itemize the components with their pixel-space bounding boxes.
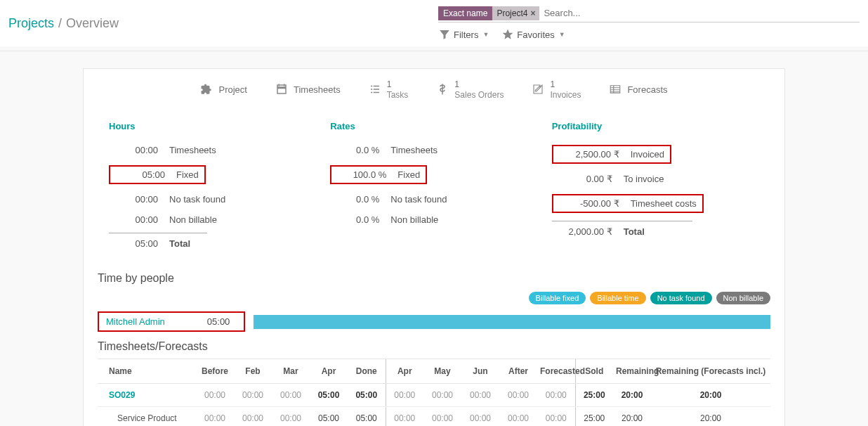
nav-sales-orders[interactable]: 1Sales Orders bbox=[436, 79, 504, 100]
profit-toinvoice-label: To invoice bbox=[624, 174, 664, 184]
nav-project-label: Project bbox=[218, 84, 246, 95]
rates-fixed-highlight: 100.0 %Fixed bbox=[330, 165, 427, 184]
rates-fixed-value: 100.0 % bbox=[337, 169, 386, 180]
spreadsheet-icon bbox=[609, 83, 622, 96]
star-icon bbox=[501, 28, 514, 41]
nav-tasks[interactable]: 1Tasks bbox=[369, 79, 409, 100]
search-input[interactable] bbox=[539, 6, 860, 20]
cell-apr2: 00:00 bbox=[386, 384, 423, 407]
nav-invoices-count: 1 bbox=[550, 79, 555, 89]
chevron-down-icon: ▼ bbox=[482, 31, 489, 38]
nav-forecasts-label: Forecasts bbox=[627, 84, 667, 95]
cell-remaining: 20:00 bbox=[613, 407, 651, 427]
breadcrumb-current: Overview bbox=[66, 16, 119, 31]
th-before: Before bbox=[196, 359, 234, 384]
profit-invoiced-highlight: 2,500.00 ₹Invoiced bbox=[552, 145, 671, 164]
rates-nonbillable-label: Non billable bbox=[390, 214, 438, 225]
cell-mar: 00:00 bbox=[272, 407, 310, 427]
hours-fixed-highlight: 05:00Fixed bbox=[109, 165, 206, 184]
cell-feb: 00:00 bbox=[234, 407, 272, 427]
cell-apr: 05:00 bbox=[310, 384, 348, 407]
nav-tasks-label: Tasks bbox=[387, 90, 409, 100]
profit-invoiced-label: Invoiced bbox=[631, 149, 664, 160]
profit-invoiced-value: 2,500.00 ₹ bbox=[559, 149, 619, 160]
breadcrumb-root[interactable]: Projects bbox=[8, 16, 54, 31]
nav-sales-label: Sales Orders bbox=[454, 90, 504, 100]
search-facet-chip: Exact name Project4 × bbox=[438, 6, 539, 20]
rates-notask-value: 0.0 % bbox=[330, 194, 379, 205]
table-row: Service Product00:0000:0000:0005:0005:00… bbox=[98, 407, 770, 427]
cell-jun: 00:00 bbox=[461, 407, 499, 427]
profit-timesheetcosts-label: Timesheet costs bbox=[631, 198, 697, 209]
nav-timesheets[interactable]: Timesheets bbox=[275, 83, 341, 96]
timesheets-table: Name Before Feb Mar Apr Done Apr May Jun… bbox=[98, 359, 770, 426]
cell-jun: 00:00 bbox=[461, 384, 499, 407]
cell-forecasted: 00:00 bbox=[537, 384, 575, 407]
profit-timesheetcosts-highlight: -500.00 ₹Timesheet costs bbox=[552, 194, 704, 213]
cell-name: Service Product bbox=[98, 407, 196, 427]
th-done: Done bbox=[348, 359, 386, 384]
chip-remove-icon[interactable]: × bbox=[530, 8, 535, 18]
cell-apr: 05:00 bbox=[310, 407, 348, 427]
hours-fixed-label: Fixed bbox=[176, 169, 199, 180]
list-icon bbox=[369, 83, 381, 96]
th-jun: Jun bbox=[461, 359, 499, 384]
people-hours: 05:00 bbox=[207, 316, 230, 327]
puzzle-icon bbox=[200, 83, 213, 96]
people-name-link[interactable]: Mitchell Admin bbox=[106, 316, 165, 327]
profitability-column: Profitability 2,500.00 ₹Invoiced 0.00 ₹T… bbox=[552, 121, 759, 254]
favorites-label: Favorites bbox=[517, 30, 554, 40]
breadcrumb: Projects / Overview bbox=[8, 16, 119, 31]
rates-timesheets-label: Timesheets bbox=[390, 145, 438, 155]
cell-may: 00:00 bbox=[423, 407, 461, 427]
badge-no-task-found: No task found bbox=[650, 292, 712, 304]
chevron-down-icon: ▼ bbox=[559, 31, 565, 38]
people-row-highlight: Mitchell Admin 05:00 bbox=[98, 311, 245, 332]
row-link[interactable]: SO029 bbox=[109, 390, 135, 400]
hours-total-value: 05:00 bbox=[109, 238, 158, 249]
pencil-square-icon bbox=[532, 83, 544, 96]
breadcrumb-sep: / bbox=[58, 16, 62, 31]
dollar-icon bbox=[436, 83, 449, 96]
favorites-button[interactable]: Favorites ▼ bbox=[501, 28, 565, 41]
nav-invoices[interactable]: 1Invoices bbox=[532, 79, 581, 100]
nav-invoices-label: Invoices bbox=[550, 90, 581, 100]
th-remaining-forecasts: Remaining (Forecasts incl.) bbox=[651, 359, 770, 384]
nav-project[interactable]: Project bbox=[200, 83, 246, 96]
time-by-people-title: Time by people bbox=[84, 259, 784, 292]
cell-after: 00:00 bbox=[499, 407, 537, 427]
rates-notask-label: No task found bbox=[390, 194, 447, 205]
nav-tasks-count: 1 bbox=[387, 79, 392, 89]
profit-toinvoice-value: 0.00 ₹ bbox=[552, 174, 612, 184]
cell-name[interactable]: SO029 bbox=[98, 384, 196, 407]
people-bar bbox=[254, 315, 770, 329]
nav-forecasts[interactable]: Forecasts bbox=[609, 83, 667, 96]
cell-done: 05:00 bbox=[348, 384, 386, 407]
cell-after: 00:00 bbox=[499, 384, 537, 407]
timesheets-forecasts-title: Timesheets/Forecasts bbox=[84, 337, 784, 359]
cell-may: 00:00 bbox=[423, 384, 461, 407]
rates-fixed-label: Fixed bbox=[397, 169, 420, 180]
cell-before: 00:00 bbox=[196, 384, 234, 407]
rates-column: Rates 0.0 %Timesheets 100.0 %Fixed 0.0 %… bbox=[330, 121, 537, 254]
cell-before: 00:00 bbox=[196, 407, 234, 427]
cell-done: 05:00 bbox=[348, 407, 386, 427]
hours-fixed-value: 05:00 bbox=[116, 169, 165, 180]
th-forecasted: Forecasted bbox=[537, 359, 575, 384]
rates-nonbillable-value: 0.0 % bbox=[330, 214, 379, 225]
cell-mar: 00:00 bbox=[272, 384, 310, 407]
badge-billable-fixed: Billable fixed bbox=[529, 292, 586, 304]
funnel-icon bbox=[438, 28, 451, 41]
th-after: After bbox=[499, 359, 537, 384]
cell-remaining_f: 20:00 bbox=[651, 384, 770, 407]
hours-title: Hours bbox=[109, 121, 316, 131]
cell-apr2: 00:00 bbox=[386, 407, 423, 427]
rates-timesheets-value: 0.0 % bbox=[330, 145, 379, 155]
hours-total-label: Total bbox=[169, 238, 190, 249]
filters-button[interactable]: Filters ▼ bbox=[438, 28, 489, 41]
hours-nonbillable-value: 00:00 bbox=[109, 214, 158, 225]
profit-total-label: Total bbox=[624, 226, 645, 237]
th-apr2: Apr bbox=[386, 359, 423, 384]
hours-timesheets-label: Timesheets bbox=[169, 145, 216, 155]
table-row: SO02900:0000:0000:0005:0005:0000:0000:00… bbox=[98, 384, 770, 407]
